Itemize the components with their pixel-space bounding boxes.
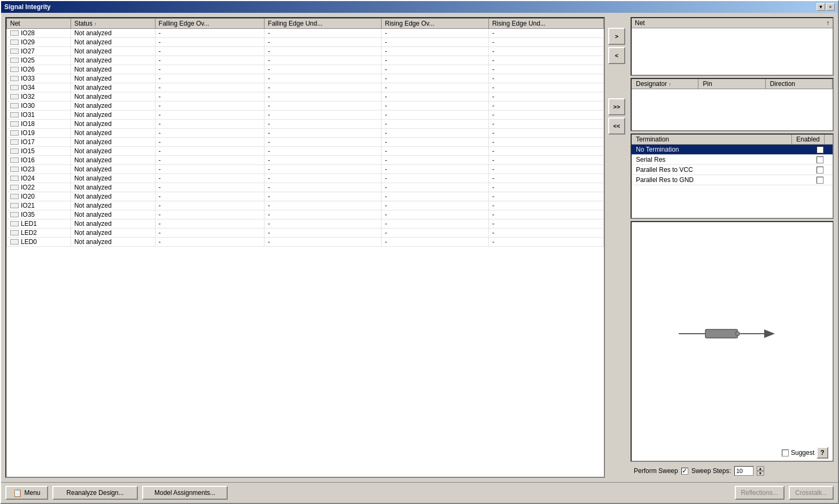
falling-under-cell: - [265,183,382,192]
net-cell: IO30 [7,101,71,111]
table-row[interactable]: IO21 Not analyzed - - - - [7,201,604,210]
direction-col-header[interactable]: Direction [766,79,833,89]
net-cell: IO19 [7,129,71,138]
table-row[interactable]: IO29 Not analyzed - - - - [7,38,604,47]
col-rising-under[interactable]: Rising Edge Und... [488,19,603,29]
termination-check-no-termination[interactable]: ✓ [809,146,830,153]
falling-over-cell: - [155,101,264,111]
rising-over-cell: - [382,192,489,201]
suggest-checkbox[interactable] [782,450,789,456]
table-row[interactable]: IO20 Not analyzed - - - - [7,192,604,201]
crosstalk-button[interactable]: Crosstalk... [789,486,834,500]
falling-over-cell: - [155,238,264,247]
rising-under-cell: - [488,219,603,229]
sweep-down-button[interactable]: ▼ [757,471,764,476]
table-row[interactable]: LED2 Not analyzed - - - - [7,229,604,238]
table-row[interactable]: IO24 Not analyzed - - - - [7,174,604,183]
net-icon [10,67,19,72]
table-row[interactable]: IO17 Not analyzed - - - - [7,138,604,147]
table-row[interactable]: IO19 Not analyzed - - - - [7,129,604,138]
net-cell: IO31 [7,111,71,120]
pin-col-header[interactable]: Pin [698,79,765,89]
net-cell: IO29 [7,38,71,47]
table-row[interactable]: IO25 Not analyzed - - - - [7,56,604,65]
table-row[interactable]: IO23 Not analyzed - - - - [7,165,604,174]
table-row[interactable]: IO28 Not analyzed - - - - [7,29,604,38]
rising-over-cell: - [382,129,489,138]
table-row[interactable]: IO33 Not analyzed - - - - [7,74,604,83]
net-icon [10,167,19,172]
termination-parallel-gnd[interactable]: Parallel Res to GND [632,175,833,185]
termination-check-parallel-vcc[interactable] [809,167,830,174]
net-icon [10,212,19,217]
pin-button[interactable]: ▼ [817,3,825,11]
table-row[interactable]: IO27 Not analyzed - - - - [7,47,604,56]
falling-over-cell: - [155,138,264,147]
termination-parallel-vcc[interactable]: Parallel Res to VCC [632,165,833,175]
table-row[interactable]: IO15 Not analyzed - - - - [7,147,604,156]
table-row[interactable]: IO18 Not analyzed - - - - [7,120,604,129]
net-cell: IO15 [7,147,71,156]
col-falling-under[interactable]: Falling Edge Und... [265,19,382,29]
model-assignments-button[interactable]: Model Assignments... [142,486,228,500]
table-row[interactable]: IO30 Not analyzed - - - - [7,101,604,111]
table-row[interactable]: IO16 Not analyzed - - - - [7,156,604,165]
termination-serial-res[interactable]: Serial Res [632,155,833,165]
falling-over-cell: - [155,83,264,92]
reflections-button[interactable]: Reflections... [735,486,784,500]
reanalyze-button[interactable]: Reanalyze Design... [52,486,138,500]
move-all-left-button[interactable]: << [608,117,625,135]
termination-checkbox-serial-res[interactable] [817,156,824,163]
enabled-col-header[interactable]: Enabled [791,135,824,144]
table-row[interactable]: IO32 Not analyzed - - - - [7,92,604,101]
table-row[interactable]: LED0 Not analyzed - - - - [7,238,604,247]
net-cell: IO23 [7,165,71,174]
col-falling-over[interactable]: Falling Edge Ov... [155,19,264,29]
status-cell: Not analyzed [71,129,155,138]
designator-col-header[interactable]: Designator ↑ [632,79,698,89]
move-right-button[interactable]: > [608,28,625,45]
termination-checkbox-no-termination[interactable]: ✓ [817,146,824,153]
rising-under-cell: - [488,165,603,174]
table-scroll[interactable]: Net Status ↑ Falling Edge Ov... Falling … [6,18,604,477]
net-icon [10,239,19,245]
net-cell: IO26 [7,65,71,74]
col-status[interactable]: Status ↑ [71,19,155,29]
title-bar: Signal Integrity ▼ × [1,1,838,13]
perform-sweep-checkbox[interactable]: ✓ [681,468,688,475]
menu-button[interactable]: 📋 Menu [5,486,48,500]
net-cell: LED2 [7,229,71,238]
table-row[interactable]: IO26 Not analyzed - - - - [7,65,604,74]
table-row[interactable]: IO34 Not analyzed - - - - [7,83,604,92]
termination-col-header[interactable]: Termination [632,135,673,144]
termination-no-termination[interactable]: No Termination ✓ [632,145,833,155]
termination-header: Termination Enabled [632,135,833,145]
termination-check-serial-res[interactable] [809,156,830,163]
table-row[interactable]: IO22 Not analyzed - - - - [7,183,604,192]
termination-checkbox-parallel-vcc[interactable] [817,167,824,174]
termination-list[interactable]: No Termination ✓ Serial Res Parallel Res… [632,145,833,218]
sweep-spinner: ▲ ▼ [757,466,764,476]
suggest-row: Suggest ? [632,445,833,461]
termination-check-parallel-gnd[interactable] [809,177,830,184]
table-row[interactable]: IO31 Not analyzed - - - - [7,111,604,120]
right-net-sort-icon: ↑ [826,19,829,27]
close-button[interactable]: × [826,3,835,11]
help-button[interactable]: ? [817,447,828,459]
net-icon [10,85,19,90]
middle-buttons: > < >> << [608,17,627,478]
table-row[interactable]: IO35 Not analyzed - - - - [7,210,604,219]
col-rising-over[interactable]: Rising Edge Ov... [382,19,489,29]
status-cell: Not analyzed [71,156,155,165]
status-cell: Not analyzed [71,219,155,229]
sweep-steps-input[interactable] [734,466,753,476]
col-net[interactable]: Net [7,19,71,29]
sweep-up-button[interactable]: ▲ [757,466,764,471]
move-left-button[interactable]: < [608,47,625,64]
falling-under-cell: - [265,74,382,83]
termination-checkbox-parallel-gnd[interactable] [817,177,824,184]
move-all-right-button[interactable]: >> [608,98,625,115]
table-row[interactable]: LED1 Not analyzed - - - - [7,219,604,229]
rising-under-cell: - [488,192,603,201]
falling-under-cell: - [265,101,382,111]
